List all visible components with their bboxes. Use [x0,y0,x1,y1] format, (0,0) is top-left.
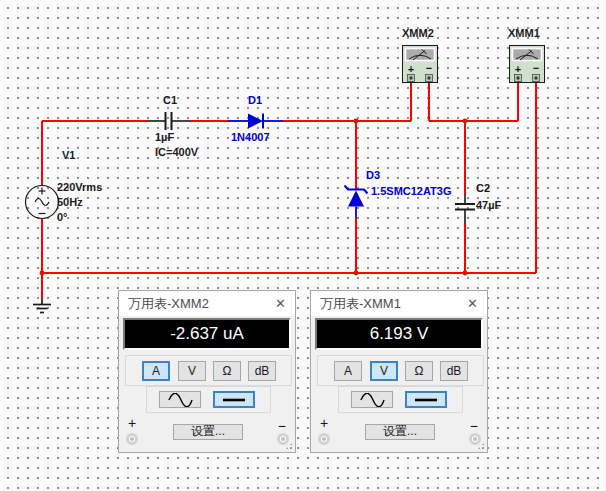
sine-wave-icon [359,393,385,407]
ac-coupling-button[interactable] [159,391,201,408]
plus-terminal-mark: + [515,63,521,75]
multimeter-dialog-xmm1: 万用表-XMM1 ✕ 6.193 V A V Ω dB + − 设置... [310,290,488,453]
db-mode-button[interactable]: dB [248,361,276,381]
dialog-titlebar[interactable]: 万用表-XMM1 ✕ [311,291,487,316]
c1-capacitance: 1µF [155,131,174,143]
measurement-display: -2.637 uA [123,318,291,350]
dialog-title: 万用表-XMM1 [320,295,401,313]
v1-voltage: 220Vrms [57,181,102,193]
minus-terminal-mark: − [426,62,432,74]
c1-initial-condition: IC=400V [155,146,198,158]
close-icon[interactable]: ✕ [467,297,478,310]
mode-button-group: A V Ω dB [317,355,484,386]
plus-terminal-mark: + [408,63,414,75]
minus-terminal-mark: − [533,62,539,74]
d3-tvs-diode-symbol[interactable] [345,186,368,219]
close-icon[interactable]: ✕ [275,297,286,310]
xmm2-multimeter-icon[interactable]: + − [403,46,438,83]
ampere-mode-button[interactable]: A [142,361,170,381]
settings-button[interactable]: 设置... [173,424,243,440]
coupling-button-group [338,386,463,413]
schematic-canvas: + − + − XMM2 XMM1 V1 220Vrms50Hz0° C1 1µ… [0,0,606,491]
c1-ref-label: C1 [163,93,177,108]
measurement-display: 6.193 V [315,318,483,350]
dc-line-icon [413,396,439,404]
c2-capacitor-symbol[interactable] [455,194,475,224]
negative-terminal-label: − [278,418,286,434]
wire-net[interactable] [42,81,536,299]
ampere-mode-button[interactable]: A [334,361,362,381]
dialog-title: 万用表-XMM2 [128,295,209,313]
v1-ac-source-symbol[interactable] [26,186,59,219]
positive-terminal-label: + [320,415,328,431]
c2-ref-label: C2 [476,181,490,196]
negative-terminal-label: − [470,418,478,434]
d3-value-label: 1.5SMC12AT3G [371,184,452,199]
settings-button[interactable]: 设置... [365,424,435,440]
c1-value-label: 1µFIC=400V [155,130,198,160]
v1-phase: 0° [57,211,68,223]
d3-ref-label: D3 [366,168,380,183]
dc-coupling-button[interactable] [405,391,447,408]
sine-wave-icon [167,393,193,407]
circuit-svg: + − + − [0,0,606,491]
mode-button-group: A V Ω dB [125,355,292,386]
d1-ref-label: D1 [248,93,262,108]
v1-ref-label: V1 [62,148,75,163]
ohm-mode-button[interactable]: Ω [405,361,433,381]
d1-diode-symbol[interactable] [228,114,283,129]
negative-terminal [469,433,481,445]
c1-capacitor-symbol[interactable] [148,112,190,130]
multimeter-dialog-xmm2: 万用表-XMM2 ✕ -2.637 uA A V Ω dB + − 设置... [118,290,296,453]
volt-mode-button[interactable]: V [178,361,206,381]
d1-value-label: 1N4007 [231,130,270,145]
dc-line-icon [221,396,247,404]
coupling-button-group [146,386,271,413]
v1-value-label: 220Vrms50Hz0° [57,180,102,225]
ac-coupling-button[interactable] [351,391,393,408]
volt-mode-button[interactable]: V [370,361,398,381]
ground-symbol[interactable] [33,299,51,313]
xmm2-ref-label: XMM2 [402,26,434,41]
db-mode-button[interactable]: dB [440,361,468,381]
positive-terminal-label: + [128,415,136,431]
dc-coupling-button[interactable] [213,391,255,408]
negative-terminal [277,433,289,445]
c2-value-label: 47µF [476,198,501,213]
positive-terminal [318,433,330,445]
xmm1-ref-label: XMM1 [508,26,540,41]
dialog-titlebar[interactable]: 万用表-XMM2 ✕ [119,291,295,316]
xmm1-multimeter-icon[interactable]: + − [510,46,545,83]
positive-terminal [126,433,138,445]
v1-frequency: 50Hz [57,196,83,208]
ohm-mode-button[interactable]: Ω [213,361,241,381]
